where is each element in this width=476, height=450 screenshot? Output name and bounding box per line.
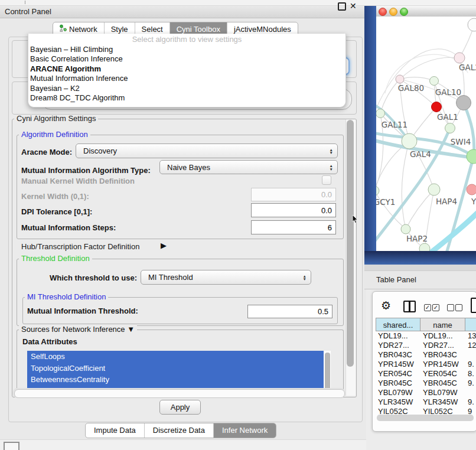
table-cell: YPR145W xyxy=(378,360,414,369)
zoom-traffic-light[interactable] xyxy=(400,8,408,16)
mi-steps-field[interactable]: 6 xyxy=(251,220,336,234)
table-row[interactable]: YBR045CYBR045C9. xyxy=(376,379,476,388)
network-node-gal80[interactable] xyxy=(396,75,404,83)
mi-type-value: Naive Bayes xyxy=(167,163,210,172)
which-threshold-combo[interactable]: MI Threshold ▲▼ xyxy=(141,270,311,285)
network-edge[interactable] xyxy=(464,103,474,156)
tab-impute-data[interactable]: Impute Data xyxy=(86,423,145,438)
table-panel-title: Table Panel xyxy=(376,271,416,289)
dpi-tolerance-field[interactable]: 0.0 xyxy=(251,203,336,217)
mi-threshold-field[interactable]: 0.5 xyxy=(247,305,332,318)
network-node-swi4[interactable] xyxy=(445,123,455,133)
gear-icon[interactable]: ⚙ xyxy=(381,298,391,314)
kernel-width-label: Kernel Width (0,1): xyxy=(21,192,89,201)
table-row[interactable]: YER054CYER054C8. xyxy=(376,369,476,379)
table-cell: 9. xyxy=(468,379,474,388)
float-panel-icon[interactable] xyxy=(338,2,346,11)
table-row[interactable]: YPR145WYPR145W9. xyxy=(376,360,476,369)
table-row[interactable]: YDL19...YDL19...13 xyxy=(376,331,476,341)
network-node-gal11[interactable] xyxy=(376,109,385,118)
aracne-mode-label: Aracne Mode: xyxy=(21,148,72,156)
close-traffic-light[interactable] xyxy=(379,8,387,16)
sources-legend[interactable]: Sources for Network Inference ▼ xyxy=(19,325,137,334)
network-node-gal10[interactable] xyxy=(430,77,439,86)
table-cell: 9. xyxy=(468,360,474,369)
attribute-item[interactable]: TopologicalCoefficient xyxy=(27,363,324,374)
aracne-mode-combo[interactable]: Discovery ▲▼ xyxy=(76,144,338,158)
table-hscroll-thumb[interactable] xyxy=(377,415,474,421)
algorithm-option[interactable]: Dream8 DC_TDC Algorithm xyxy=(28,93,345,103)
node-table[interactable]: shared...nameA YDL19...YDL19...13YDR27..… xyxy=(376,318,476,417)
apply-button[interactable]: Apply xyxy=(159,400,201,415)
node-label-gal10: GAL10 xyxy=(435,87,461,97)
network-node[interactable] xyxy=(468,18,476,31)
table-cell: YPR145W xyxy=(423,360,459,369)
settings-hscroll-thumb[interactable] xyxy=(14,389,345,398)
threshold-definition-legend: Threshold Definition xyxy=(19,255,92,263)
algorithm-dropdown-prompt: Select algorithm to view settings xyxy=(28,34,345,45)
network-node-gcy1[interactable] xyxy=(376,186,379,195)
table-cell: 8. xyxy=(468,369,474,379)
network-node[interactable] xyxy=(419,243,430,251)
network-window-titlebar[interactable] xyxy=(376,6,476,17)
algorithm-dropdown-popup: Select algorithm to view settings Bayesi… xyxy=(28,34,346,107)
network-node-gal2[interactable] xyxy=(454,53,465,63)
select-all-check-icon[interactable]: ✓ xyxy=(424,304,431,311)
network-node-hap4[interactable] xyxy=(428,184,440,195)
network-node-gal4[interactable] xyxy=(402,133,417,149)
bottom-strip xyxy=(0,440,366,450)
network-node-hap2[interactable] xyxy=(401,224,410,234)
minimize-traffic-light[interactable] xyxy=(389,8,397,16)
column-header[interactable]: A xyxy=(465,318,476,331)
network-node[interactable] xyxy=(457,96,471,110)
hub-definition-label[interactable]: Hub/Transcription Factor Definition xyxy=(21,242,139,251)
table-cell: 12 xyxy=(468,341,476,350)
manual-kernel-checkbox[interactable] xyxy=(322,175,331,185)
columns-icon[interactable] xyxy=(403,301,416,312)
table-row[interactable]: YLR345WYLR345W9. xyxy=(376,397,476,407)
table-cell: YBR045C xyxy=(423,379,457,388)
column-header[interactable]: shared... xyxy=(376,318,420,331)
table-cell: YER054C xyxy=(423,369,457,379)
deselect-all-box-icon[interactable] xyxy=(447,304,454,311)
table-row[interactable]: YBL079WYBL079W xyxy=(376,388,476,397)
select-all-check-icon[interactable]: ✓ xyxy=(432,304,439,311)
table-cell: YDR27... xyxy=(378,341,409,350)
attribute-item[interactable]: SelfLoops xyxy=(27,351,324,363)
algorithm-option[interactable]: Bayesian – K2 xyxy=(28,84,345,93)
network-edge[interactable] xyxy=(402,141,409,229)
settings-vscroll-thumb[interactable] xyxy=(347,120,354,367)
network-canvas[interactable]: GAL2GAL80GAL10GAL1GAL11SWI4GAL4YHAP4GCY1… xyxy=(376,17,476,251)
algorithm-option[interactable]: Basic Correlation Inference xyxy=(28,54,345,64)
algorithm-option[interactable]: Mutual Information Inference xyxy=(28,74,345,83)
table-cell: 9. xyxy=(468,397,474,407)
deselect-all-box-icon[interactable] xyxy=(455,304,462,311)
network-edge[interactable] xyxy=(380,79,400,113)
document-icon[interactable] xyxy=(471,298,476,313)
table-cell: YER054C xyxy=(378,369,412,379)
network-node-y[interactable] xyxy=(467,184,476,195)
table-row[interactable]: YDR27...YDR27...12 xyxy=(376,341,476,350)
algorithm-option[interactable]: ARACNE Algorithm xyxy=(28,64,345,74)
table-panel-titlebar: Table Panel xyxy=(364,270,476,289)
tab-infer-network[interactable]: Infer Network xyxy=(214,423,276,438)
aracne-mode-value: Discovery xyxy=(83,146,117,155)
collapse-arrow-icon: ▼ xyxy=(127,325,135,334)
node-label-hap4: HAP4 xyxy=(436,197,457,206)
attributes-list-scrollbar[interactable] xyxy=(325,353,330,392)
kernel-width-field: 0.0 xyxy=(251,188,336,201)
mi-threshold-legend: MI Threshold Definition xyxy=(25,293,108,301)
table-row[interactable]: YBR043CYBR043C xyxy=(376,350,476,360)
tab-discretize-data[interactable]: Discretize Data xyxy=(145,423,214,438)
top-strip xyxy=(0,0,476,6)
network-edge[interactable] xyxy=(376,191,406,229)
expander-arrow-icon[interactable]: ▶ xyxy=(161,241,167,250)
collapsed-panel-icon[interactable] xyxy=(4,442,19,450)
mi-type-combo[interactable]: Naive Bayes ▲▼ xyxy=(159,160,338,174)
attribute-item[interactable]: BetweennessCentrality xyxy=(27,374,324,386)
table-cell: YBR043C xyxy=(378,350,412,360)
close-icon[interactable]: ✕ xyxy=(350,1,357,11)
column-header[interactable]: name xyxy=(420,318,465,331)
algorithm-option[interactable]: Bayesian – Hill Climbing xyxy=(28,45,345,54)
network-node-gal1[interactable] xyxy=(432,102,442,112)
